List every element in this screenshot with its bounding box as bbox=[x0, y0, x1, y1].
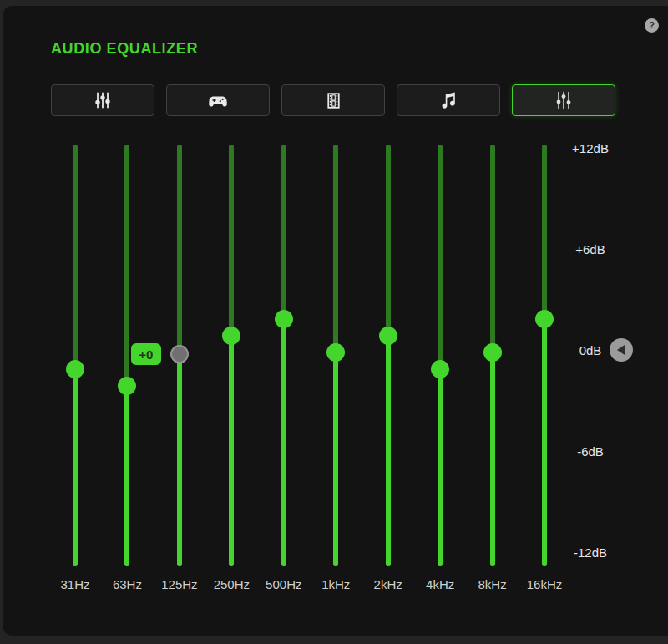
gain-value-tooltip: +0 bbox=[131, 343, 161, 365]
collapse-scale-button[interactable] bbox=[610, 338, 633, 362]
gamepad-icon bbox=[207, 89, 229, 111]
band-frequency-label: 31Hz bbox=[60, 577, 89, 591]
db-scale-label: -12dB bbox=[553, 545, 628, 560]
help-button[interactable]: ? bbox=[645, 18, 659, 33]
band-frequency-label: 250Hz bbox=[214, 577, 250, 591]
eq-slider-thumb-8kHz[interactable] bbox=[483, 343, 502, 362]
band-frequency-label: 8kHz bbox=[478, 577, 507, 591]
eq-slider-thumb-125Hz[interactable] bbox=[170, 345, 189, 363]
page-title: AUDIO EQUALIZER bbox=[51, 40, 198, 58]
chevron-left-icon bbox=[617, 345, 625, 355]
film-icon bbox=[323, 90, 344, 111]
db-scale-label: +6dB bbox=[553, 242, 628, 256]
eq-slider-thumb-500Hz[interactable] bbox=[275, 310, 293, 328]
preset-button-custom[interactable] bbox=[512, 84, 615, 116]
question-mark-icon: ? bbox=[649, 20, 655, 30]
eq-slider-thumb-31Hz[interactable] bbox=[66, 360, 84, 378]
eq-slider-track-16kHz[interactable] bbox=[542, 145, 547, 566]
preset-button-game[interactable] bbox=[166, 84, 270, 116]
band-frequency-label: 500Hz bbox=[266, 577, 301, 591]
eq-faders-icon bbox=[92, 89, 114, 111]
preset-button-movie[interactable] bbox=[281, 84, 385, 116]
eq-slider-thumb-2kHz[interactable] bbox=[379, 327, 397, 345]
db-scale-label: -6dB bbox=[553, 444, 628, 459]
preset-button-music[interactable] bbox=[397, 84, 500, 116]
music-note-icon bbox=[438, 89, 459, 111]
eq-slider-track-63Hz[interactable] bbox=[124, 145, 129, 566]
band-frequency-label: 16kHz bbox=[527, 577, 563, 591]
band-frequency-label: 63Hz bbox=[113, 577, 142, 591]
eq-slider-track-4kHz[interactable] bbox=[438, 145, 443, 566]
band-frequency-label: 4kHz bbox=[426, 577, 454, 591]
eq-slider-track-31Hz[interactable] bbox=[73, 145, 78, 566]
eq-slider-thumb-16kHz[interactable] bbox=[535, 310, 554, 328]
eq-slider-track-250Hz[interactable] bbox=[229, 145, 234, 566]
db-scale-label: +12dB bbox=[553, 141, 628, 155]
band-frequency-label: 2kHz bbox=[374, 577, 402, 591]
eq-slider-thumb-4kHz[interactable] bbox=[431, 360, 449, 378]
eq-slider-track-500Hz[interactable] bbox=[281, 145, 286, 566]
eq-slider-track-2kHz[interactable] bbox=[386, 145, 391, 566]
custom-sliders-icon bbox=[553, 89, 574, 111]
band-frequency-label: 1kHz bbox=[321, 577, 350, 591]
band-frequency-label: 125Hz bbox=[161, 577, 197, 591]
preset-button-default[interactable] bbox=[51, 84, 154, 116]
